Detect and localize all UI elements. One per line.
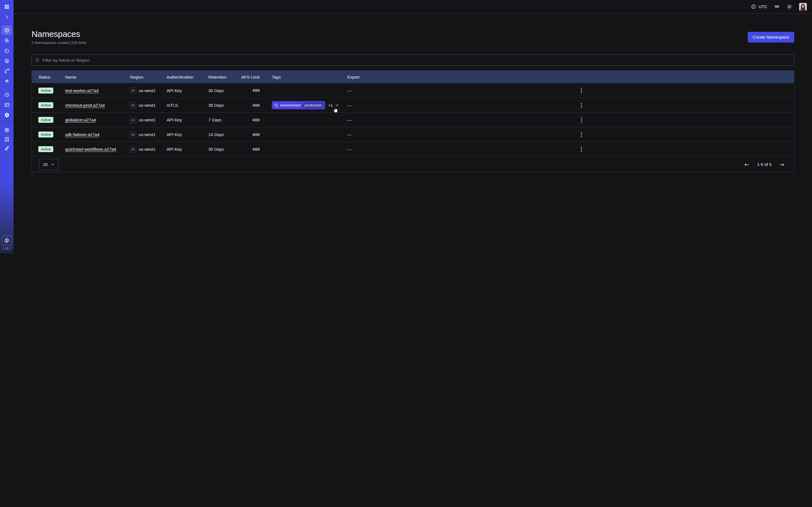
google-cloud-icon — [130, 131, 136, 138]
table-header-row: Status Name Region Authentication Retent… — [32, 71, 406, 83]
column-header-name: Name — [65, 75, 130, 79]
table-row: Active globalizer.a27a4 us-west1 API Key… — [32, 112, 406, 127]
tags-expand-chevron[interactable] — [335, 103, 339, 107]
retention-value: 30 Days — [208, 103, 241, 108]
authentication-value: API Key — [167, 117, 208, 122]
sidebar-item-deployments[interactable] — [2, 56, 12, 66]
status-badge: Active — [38, 88, 53, 94]
sidebar-expand-button[interactable] — [2, 12, 12, 22]
page-subtitle: 5 Namespaces created (100 limit) — [32, 41, 86, 45]
tags-more-label: +1 — [328, 103, 333, 108]
tag-pill[interactable]: environment production — [272, 101, 325, 109]
table-row: Active test-worker.a27a4 us-west1 API Ke… — [32, 83, 406, 98]
aps-limit-value: 400 — [241, 147, 260, 152]
pagination-bar: 10 ← 1-5 of 5 → — [32, 156, 406, 172]
tag-value: production — [303, 102, 324, 108]
status-badge: Active — [38, 117, 53, 123]
column-header-export: Export — [347, 75, 371, 79]
status-badge: Active — [38, 131, 53, 137]
aps-limit-value: 400 — [241, 103, 260, 108]
export-value: — — [347, 103, 371, 108]
sidebar-item-workflows[interactable] — [2, 36, 12, 45]
sidebar-item-nexus[interactable] — [2, 66, 12, 75]
main-content: Namespaces 5 Namespaces created (100 lim… — [13, 13, 406, 253]
region-label: us-west1 — [139, 88, 156, 93]
table-body: Active test-worker.a27a4 us-west1 API Ke… — [32, 83, 406, 156]
sidebar: 2.35.1 — [0, 0, 13, 253]
google-cloud-icon — [130, 87, 136, 94]
export-value: — — [347, 132, 371, 137]
authentication-value: API Key — [167, 132, 208, 137]
aps-limit-value: 400 — [241, 132, 260, 137]
column-header-authentication: Authentication — [167, 75, 208, 79]
export-value: — — [347, 88, 371, 93]
page-size-select[interactable]: 10 — [39, 159, 59, 170]
table-row: Active checkout-prod.a27a4 us-west1 mTLS… — [32, 98, 406, 112]
pricing-seal-icon[interactable] — [2, 236, 11, 245]
authentication-value: API Key — [167, 88, 208, 93]
region-label: us-west1 — [139, 103, 156, 108]
column-header-retention: Retention — [208, 75, 241, 79]
sidebar-item-schedules[interactable] — [2, 46, 12, 55]
tag-icon — [274, 103, 278, 107]
google-cloud-icon — [130, 102, 136, 108]
aps-limit-value: 400 — [241, 88, 260, 93]
region-label: us-west1 — [139, 132, 156, 137]
sidebar-item-namespaces[interactable] — [2, 25, 12, 35]
namespace-link[interactable]: globalizer.a27a4 — [65, 117, 96, 122]
column-header-status: Status — [38, 75, 65, 79]
namespaces-table: Status Name Region Authentication Retent… — [32, 70, 406, 172]
region-label: us-west1 — [139, 147, 156, 152]
temporal-logo-icon[interactable] — [2, 2, 12, 11]
namespace-link[interactable]: test-worker.a27a4 — [65, 88, 99, 93]
page-size-value: 10 — [43, 162, 48, 167]
app-version: 2.35.1 — [0, 247, 13, 250]
google-cloud-icon — [130, 117, 136, 123]
export-value: — — [347, 147, 371, 152]
search-icon — [35, 58, 40, 62]
tag-key: environment — [280, 103, 301, 107]
region-label: us-west1 — [139, 117, 156, 122]
column-header-tags: Tags — [260, 75, 347, 79]
authentication-value: API Key — [167, 147, 208, 152]
column-header-aps-limit: APS Limit — [241, 75, 260, 79]
retention-value: 30 Days — [208, 147, 241, 152]
sidebar-item-billing[interactable] — [2, 100, 12, 110]
sidebar-item-support[interactable] — [2, 125, 12, 135]
retention-value: 14 Days — [208, 132, 241, 137]
sidebar-item-settings[interactable] — [2, 110, 12, 120]
topbar: UTC — [13, 0, 406, 13]
sidebar-item-getting-started[interactable] — [2, 144, 12, 153]
status-badge: Active — [38, 146, 53, 152]
authentication-value: mTLS — [167, 103, 208, 108]
chevron-down-icon — [51, 163, 55, 166]
column-header-region: Region — [130, 75, 167, 79]
sidebar-item-batch-operations[interactable] — [2, 76, 12, 86]
table-row: Active quickstart-workflows.a27a4 us-wes… — [32, 142, 406, 156]
table-row: Active sdk-failover.a27a4 us-west1 API K… — [32, 127, 406, 142]
filter-input[interactable] — [32, 54, 406, 66]
tags-cell: environment production +1 — [260, 101, 347, 109]
google-cloud-icon — [130, 146, 136, 152]
namespace-link[interactable]: sdk-failover.a27a4 — [65, 132, 100, 137]
sidebar-item-docs[interactable] — [2, 134, 12, 144]
retention-value: 30 Days — [208, 88, 241, 93]
namespace-link[interactable]: quickstart-workflows.a27a4 — [65, 147, 116, 152]
status-badge: Active — [38, 102, 53, 108]
export-value: — — [347, 117, 371, 122]
aps-limit-value: 400 — [241, 118, 260, 122]
retention-value: 7 Days — [208, 117, 241, 122]
sidebar-divider — [0, 121, 13, 121]
namespace-link[interactable]: checkout-prod.a27a4 — [65, 103, 105, 108]
page-title: Namespaces — [32, 29, 86, 39]
sidebar-item-usage[interactable] — [2, 90, 12, 100]
